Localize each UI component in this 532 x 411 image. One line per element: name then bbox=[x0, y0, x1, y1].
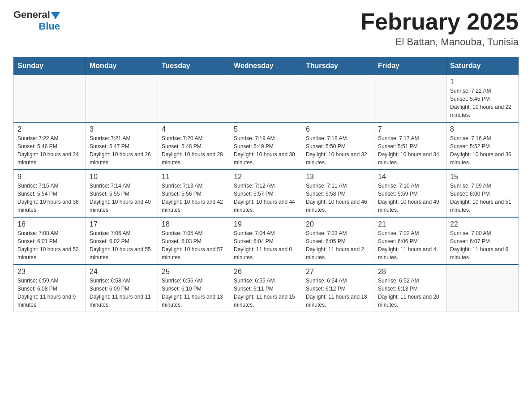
day-info: Sunrise: 6:59 AM Sunset: 6:08 PM Dayligh… bbox=[17, 277, 82, 309]
day-number: 22 bbox=[450, 220, 515, 228]
calendar-cell: 7Sunrise: 7:17 AM Sunset: 5:51 PM Daylig… bbox=[374, 122, 446, 170]
day-info: Sunrise: 7:20 AM Sunset: 5:48 PM Dayligh… bbox=[162, 134, 226, 167]
day-info: Sunrise: 7:14 AM Sunset: 5:55 PM Dayligh… bbox=[90, 182, 154, 214]
day-number: 5 bbox=[234, 125, 298, 133]
calendar-title: February 2025 bbox=[360, 9, 519, 34]
logo-blue-text: Blue bbox=[39, 21, 60, 32]
logo-general-text: General bbox=[13, 9, 50, 21]
calendar-cell: 12Sunrise: 7:12 AM Sunset: 5:57 PM Dayli… bbox=[230, 170, 302, 217]
calendar-header: SundayMondayTuesdayWednesdayThursdayFrid… bbox=[14, 57, 519, 75]
calendar-cell: 27Sunrise: 6:54 AM Sunset: 6:12 PM Dayli… bbox=[302, 265, 374, 312]
day-info: Sunrise: 6:52 AM Sunset: 6:13 PM Dayligh… bbox=[378, 277, 442, 309]
calendar-cell: 11Sunrise: 7:13 AM Sunset: 5:56 PM Dayli… bbox=[158, 170, 230, 217]
day-number: 13 bbox=[306, 173, 370, 181]
day-info: Sunrise: 6:58 AM Sunset: 6:09 PM Dayligh… bbox=[90, 277, 154, 309]
day-info: Sunrise: 7:02 AM Sunset: 6:06 PM Dayligh… bbox=[378, 229, 442, 261]
calendar-cell: 22Sunrise: 7:00 AM Sunset: 6:07 PM Dayli… bbox=[446, 217, 519, 265]
day-info: Sunrise: 6:54 AM Sunset: 6:12 PM Dayligh… bbox=[306, 277, 370, 309]
day-info: Sunrise: 7:08 AM Sunset: 6:01 PM Dayligh… bbox=[17, 229, 82, 261]
calendar-cell: 19Sunrise: 7:04 AM Sunset: 6:04 PM Dayli… bbox=[230, 217, 302, 265]
day-number: 8 bbox=[450, 125, 515, 133]
day-info: Sunrise: 7:21 AM Sunset: 5:47 PM Dayligh… bbox=[90, 134, 154, 167]
calendar-cell bbox=[446, 265, 519, 312]
column-header-wednesday: Wednesday bbox=[230, 57, 302, 75]
day-number: 23 bbox=[17, 268, 82, 276]
day-info: Sunrise: 7:16 AM Sunset: 5:52 PM Dayligh… bbox=[450, 134, 515, 167]
calendar-cell: 18Sunrise: 7:05 AM Sunset: 6:03 PM Dayli… bbox=[158, 217, 230, 265]
day-info: Sunrise: 7:22 AM Sunset: 5:45 PM Dayligh… bbox=[450, 87, 515, 119]
calendar-cell: 20Sunrise: 7:03 AM Sunset: 6:05 PM Dayli… bbox=[302, 217, 374, 265]
column-header-saturday: Saturday bbox=[446, 57, 519, 75]
day-number: 3 bbox=[90, 125, 154, 133]
day-number: 27 bbox=[306, 268, 370, 276]
calendar-cell: 23Sunrise: 6:59 AM Sunset: 6:08 PM Dayli… bbox=[14, 265, 86, 312]
calendar-cell: 21Sunrise: 7:02 AM Sunset: 6:06 PM Dayli… bbox=[374, 217, 446, 265]
day-info: Sunrise: 7:11 AM Sunset: 5:58 PM Dayligh… bbox=[306, 182, 370, 214]
calendar-cell: 28Sunrise: 6:52 AM Sunset: 6:13 PM Dayli… bbox=[374, 265, 446, 312]
day-info: Sunrise: 7:12 AM Sunset: 5:57 PM Dayligh… bbox=[234, 182, 298, 214]
day-number: 2 bbox=[17, 125, 82, 133]
day-info: Sunrise: 6:55 AM Sunset: 6:11 PM Dayligh… bbox=[234, 277, 298, 309]
day-info: Sunrise: 7:13 AM Sunset: 5:56 PM Dayligh… bbox=[162, 182, 226, 214]
week-row-4: 16Sunrise: 7:08 AM Sunset: 6:01 PM Dayli… bbox=[14, 217, 519, 265]
logo-triangle-icon bbox=[51, 12, 60, 19]
header-row: SundayMondayTuesdayWednesdayThursdayFrid… bbox=[14, 57, 519, 75]
calendar-cell: 6Sunrise: 7:18 AM Sunset: 5:50 PM Daylig… bbox=[302, 122, 374, 170]
day-number: 16 bbox=[17, 220, 82, 228]
day-number: 20 bbox=[306, 220, 370, 228]
day-info: Sunrise: 7:06 AM Sunset: 6:02 PM Dayligh… bbox=[90, 229, 154, 261]
day-number: 14 bbox=[378, 173, 442, 181]
calendar-cell bbox=[302, 75, 374, 122]
logo: General Blue bbox=[13, 9, 60, 32]
calendar-body: 1Sunrise: 7:22 AM Sunset: 5:45 PM Daylig… bbox=[14, 75, 519, 312]
day-info: Sunrise: 7:04 AM Sunset: 6:04 PM Dayligh… bbox=[234, 229, 298, 261]
calendar-cell: 3Sunrise: 7:21 AM Sunset: 5:47 PM Daylig… bbox=[86, 122, 158, 170]
day-number: 19 bbox=[234, 220, 298, 228]
week-row-5: 23Sunrise: 6:59 AM Sunset: 6:08 PM Dayli… bbox=[14, 265, 519, 312]
day-number: 28 bbox=[378, 268, 442, 276]
title-section: February 2025 El Battan, Manouba, Tunisi… bbox=[360, 9, 519, 48]
calendar-cell: 26Sunrise: 6:55 AM Sunset: 6:11 PM Dayli… bbox=[230, 265, 302, 312]
day-number: 18 bbox=[162, 220, 226, 228]
day-number: 12 bbox=[234, 173, 298, 181]
column-header-sunday: Sunday bbox=[14, 57, 86, 75]
calendar-table: SundayMondayTuesdayWednesdayThursdayFrid… bbox=[13, 57, 519, 312]
day-info: Sunrise: 7:00 AM Sunset: 6:07 PM Dayligh… bbox=[450, 229, 515, 261]
column-header-thursday: Thursday bbox=[302, 57, 374, 75]
calendar-cell: 9Sunrise: 7:15 AM Sunset: 5:54 PM Daylig… bbox=[14, 170, 86, 217]
day-number: 26 bbox=[234, 268, 298, 276]
calendar-cell: 13Sunrise: 7:11 AM Sunset: 5:58 PM Dayli… bbox=[302, 170, 374, 217]
day-number: 4 bbox=[162, 125, 226, 133]
column-header-friday: Friday bbox=[374, 57, 446, 75]
day-info: Sunrise: 7:19 AM Sunset: 5:49 PM Dayligh… bbox=[234, 134, 298, 167]
day-info: Sunrise: 7:18 AM Sunset: 5:50 PM Dayligh… bbox=[306, 134, 370, 167]
day-number: 10 bbox=[90, 173, 154, 181]
week-row-1: 1Sunrise: 7:22 AM Sunset: 5:45 PM Daylig… bbox=[14, 75, 519, 122]
calendar-cell bbox=[86, 75, 158, 122]
day-number: 11 bbox=[162, 173, 226, 181]
day-number: 21 bbox=[378, 220, 442, 228]
day-number: 24 bbox=[90, 268, 154, 276]
day-info: Sunrise: 7:05 AM Sunset: 6:03 PM Dayligh… bbox=[162, 229, 226, 261]
day-number: 9 bbox=[17, 173, 82, 181]
day-info: Sunrise: 7:09 AM Sunset: 6:00 PM Dayligh… bbox=[450, 182, 515, 214]
calendar-cell: 1Sunrise: 7:22 AM Sunset: 5:45 PM Daylig… bbox=[446, 75, 519, 122]
calendar-cell: 10Sunrise: 7:14 AM Sunset: 5:55 PM Dayli… bbox=[86, 170, 158, 217]
column-header-monday: Monday bbox=[86, 57, 158, 75]
calendar-cell: 17Sunrise: 7:06 AM Sunset: 6:02 PM Dayli… bbox=[86, 217, 158, 265]
page-header: General Blue February 2025 El Battan, Ma… bbox=[13, 9, 519, 48]
day-info: Sunrise: 7:17 AM Sunset: 5:51 PM Dayligh… bbox=[378, 134, 442, 167]
day-number: 25 bbox=[162, 268, 226, 276]
calendar-cell: 24Sunrise: 6:58 AM Sunset: 6:09 PM Dayli… bbox=[86, 265, 158, 312]
calendar-cell: 15Sunrise: 7:09 AM Sunset: 6:00 PM Dayli… bbox=[446, 170, 519, 217]
day-info: Sunrise: 7:22 AM Sunset: 5:46 PM Dayligh… bbox=[17, 134, 82, 167]
calendar-cell: 8Sunrise: 7:16 AM Sunset: 5:52 PM Daylig… bbox=[446, 122, 519, 170]
calendar-cell: 25Sunrise: 6:56 AM Sunset: 6:10 PM Dayli… bbox=[158, 265, 230, 312]
calendar-cell bbox=[374, 75, 446, 122]
day-number: 15 bbox=[450, 173, 515, 181]
day-info: Sunrise: 7:03 AM Sunset: 6:05 PM Dayligh… bbox=[306, 229, 370, 261]
day-number: 1 bbox=[450, 78, 515, 86]
calendar-cell: 16Sunrise: 7:08 AM Sunset: 6:01 PM Dayli… bbox=[14, 217, 86, 265]
calendar-cell bbox=[14, 75, 86, 122]
calendar-subtitle: El Battan, Manouba, Tunisia bbox=[360, 36, 519, 48]
